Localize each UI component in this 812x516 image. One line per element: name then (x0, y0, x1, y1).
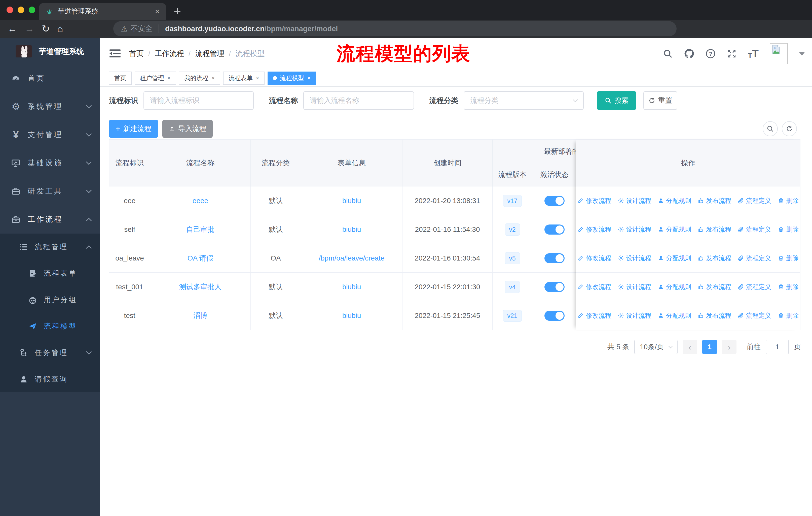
active-toggle[interactable] (545, 311, 564, 321)
assign-rule-link[interactable]: 分配规则 (658, 196, 691, 205)
sidebar-item-process-model[interactable]: 流程模型 (0, 313, 100, 340)
show-search-button[interactable] (763, 121, 778, 136)
create-process-button[interactable]: +新建流程 (109, 120, 158, 138)
process-name-link[interactable]: 滔博 (193, 311, 207, 321)
delete-link[interactable]: 删除 (778, 196, 799, 205)
font-size-icon[interactable]: TT (748, 48, 759, 59)
back-icon[interactable]: ← (7, 23, 17, 34)
design-process-link[interactable]: 设计流程 (618, 196, 651, 205)
breadcrumb-item[interactable]: 工作流程 (155, 49, 184, 59)
refresh-table-button[interactable] (782, 121, 797, 136)
publish-process-link[interactable]: 发布流程 (698, 225, 731, 234)
close-icon[interactable]: × (256, 75, 259, 82)
process-definition-link[interactable]: 流程定义 (738, 225, 771, 234)
sidebar-item-devtools[interactable]: 研发工具 (0, 177, 100, 205)
process-definition-link[interactable]: 流程定义 (738, 283, 771, 291)
form-info-link[interactable]: biubiu (342, 312, 361, 320)
search-button[interactable]: 搜索 (597, 91, 636, 110)
prev-page-button[interactable]: ‹ (683, 340, 697, 354)
process-name-link[interactable]: 自己审批 (186, 225, 214, 234)
publish-process-link[interactable]: 发布流程 (698, 283, 731, 291)
design-process-link[interactable]: 设计流程 (618, 311, 651, 320)
process-name-link[interactable]: 测试多审批人 (179, 282, 222, 292)
help-icon[interactable]: ? (705, 49, 716, 59)
modify-process-link[interactable]: 修改流程 (578, 196, 611, 205)
new-tab-button[interactable]: + (174, 3, 181, 19)
form-info-link[interactable]: biubiu (342, 283, 361, 291)
close-icon[interactable]: × (211, 75, 215, 82)
process-name-link[interactable]: OA 请假 (187, 253, 213, 263)
design-process-link[interactable]: 设计流程 (618, 225, 651, 234)
assign-rule-link[interactable]: 分配规则 (658, 254, 691, 262)
process-name-link[interactable]: eeee (193, 197, 208, 205)
browser-tab[interactable]: 芋道管理系统 × (39, 3, 166, 20)
tag-process-model[interactable]: 流程模型× (267, 72, 316, 85)
publish-process-link[interactable]: 发布流程 (698, 254, 731, 262)
search-icon[interactable] (663, 49, 673, 59)
tab-close-icon[interactable]: × (155, 7, 160, 16)
design-process-link[interactable]: 设计流程 (618, 283, 651, 291)
sidebar-item-payment[interactable]: ¥ 支付管理 (0, 121, 100, 149)
github-icon[interactable] (684, 48, 694, 59)
active-toggle[interactable] (545, 253, 564, 263)
tag-home[interactable]: 首页 (109, 72, 132, 85)
collapse-sidebar-icon[interactable] (110, 48, 121, 58)
import-process-button[interactable]: 导入流程 (162, 120, 213, 138)
publish-process-link[interactable]: 发布流程 (698, 196, 731, 205)
delete-link[interactable]: 删除 (778, 254, 799, 262)
close-icon[interactable]: × (167, 75, 171, 82)
breadcrumb-item[interactable]: 首页 (129, 49, 144, 59)
active-toggle[interactable] (545, 224, 564, 235)
close-window-button[interactable] (6, 6, 13, 13)
page-size-select[interactable]: 10条/页 (634, 340, 677, 354)
avatar[interactable] (770, 43, 788, 64)
window-controls[interactable] (6, 6, 35, 13)
design-process-link[interactable]: 设计流程 (618, 254, 651, 262)
sidebar-item-infra[interactable]: 基础设施 (0, 149, 100, 177)
sidebar-item-workflow[interactable]: 工作流程 (0, 205, 100, 234)
tag-process-form[interactable]: 流程表单× (223, 72, 265, 85)
sidebar-item-task-mgmt[interactable]: 任务管理 (0, 340, 100, 366)
close-icon[interactable]: × (307, 75, 311, 82)
address-bar[interactable]: ⚠ 不安全 dashboard.yudao.iocoder.cn/bpm/man… (113, 21, 676, 36)
form-info-link[interactable]: biubiu (342, 225, 361, 234)
sidebar-item-leave-query[interactable]: 请假查询 (0, 366, 100, 392)
modify-process-link[interactable]: 修改流程 (578, 254, 611, 262)
filter-category-select[interactable]: 流程分类 (464, 91, 584, 110)
filter-name-input[interactable] (303, 91, 414, 110)
assign-rule-link[interactable]: 分配规则 (658, 283, 691, 291)
assign-rule-link[interactable]: 分配规则 (658, 311, 691, 320)
sidebar-item-home[interactable]: 首页 (0, 64, 100, 92)
next-page-button[interactable]: › (722, 340, 736, 354)
minimize-window-button[interactable] (18, 6, 24, 13)
form-info-link[interactable]: /bpm/oa/leave/create (319, 254, 385, 262)
goto-page-input[interactable] (766, 340, 789, 354)
sidebar-item-process-form[interactable]: 流程表单 (0, 260, 100, 287)
zoom-window-button[interactable] (29, 6, 35, 13)
reload-icon[interactable]: ↻ (42, 23, 50, 34)
delete-link[interactable]: 删除 (778, 311, 799, 320)
fullscreen-icon[interactable] (727, 49, 737, 59)
avatar-caret-icon[interactable] (799, 52, 805, 56)
active-toggle[interactable] (545, 196, 564, 206)
sidebar-item-user-group[interactable]: 用户分组 (0, 287, 100, 313)
active-toggle[interactable] (545, 282, 564, 292)
modify-process-link[interactable]: 修改流程 (578, 311, 611, 320)
filter-key-input[interactable] (143, 91, 254, 110)
modify-process-link[interactable]: 修改流程 (578, 225, 611, 234)
assign-rule-link[interactable]: 分配规则 (658, 225, 691, 234)
home-icon[interactable]: ⌂ (57, 23, 63, 34)
delete-link[interactable]: 删除 (778, 225, 799, 234)
modify-process-link[interactable]: 修改流程 (578, 283, 611, 291)
tag-tenant[interactable]: 租户管理× (135, 72, 176, 85)
sidebar-item-process-mgmt[interactable]: 流程管理 (0, 234, 100, 260)
form-info-link[interactable]: biubiu (342, 197, 361, 205)
sidebar-item-system[interactable]: ⚙ 系统管理 (0, 92, 100, 121)
current-page[interactable]: 1 (702, 340, 717, 354)
tag-my-process[interactable]: 我的流程× (179, 72, 220, 85)
process-definition-link[interactable]: 流程定义 (738, 311, 771, 320)
reset-button[interactable]: 重置 (643, 91, 677, 110)
sidebar-logo[interactable]: 芋道管理系统 (0, 38, 100, 65)
process-definition-link[interactable]: 流程定义 (738, 196, 771, 205)
breadcrumb-item[interactable]: 流程管理 (195, 49, 224, 59)
